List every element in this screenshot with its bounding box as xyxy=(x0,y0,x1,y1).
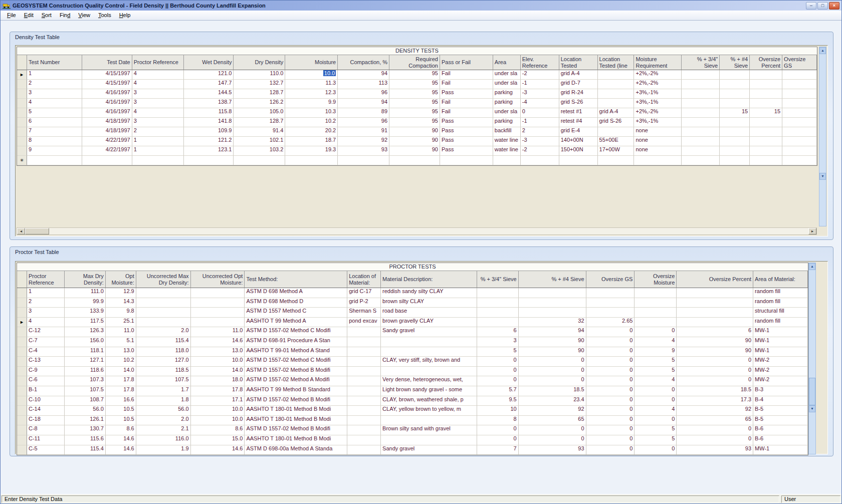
menu-item-help[interactable]: Help xyxy=(115,11,135,20)
table-cell[interactable] xyxy=(720,118,750,127)
column-header[interactable]: Uncorrected Opt Moisture: xyxy=(191,271,245,288)
table-cell[interactable]: 156.0 xyxy=(65,337,106,347)
table-cell[interactable]: MW-1 xyxy=(753,445,808,455)
table-cell[interactable]: 12.9 xyxy=(106,288,136,298)
table-cell[interactable] xyxy=(285,156,338,165)
column-header[interactable]: Max Dry Density: xyxy=(65,271,106,288)
table-cell[interactable]: 117.5 xyxy=(65,318,106,328)
record-selector[interactable] xyxy=(17,386,27,396)
table-cell[interactable]: 9 xyxy=(635,347,677,357)
table-cell[interactable]: 99.9 xyxy=(65,298,106,308)
density-v-scrollbar[interactable]: ▲ ▼ xyxy=(819,47,826,226)
table-cell[interactable] xyxy=(682,99,720,108)
table-cell[interactable]: grid S-26 xyxy=(598,118,635,127)
table-cell[interactable]: 0 xyxy=(635,445,677,455)
table-cell[interactable]: 132.7 xyxy=(234,80,285,89)
table-cell[interactable]: brown silty CLAY xyxy=(381,298,477,308)
column-header[interactable]: Moisture Requirement xyxy=(634,55,682,70)
record-selector[interactable] xyxy=(17,406,27,416)
table-cell[interactable] xyxy=(682,146,720,156)
table-cell[interactable]: 15 xyxy=(750,108,782,118)
table-cell[interactable]: 144.5 xyxy=(184,89,234,99)
table-cell[interactable]: under sla xyxy=(493,70,521,80)
table-cell[interactable]: 94 xyxy=(519,327,586,337)
table-cell[interactable]: 15 xyxy=(720,108,750,118)
table-cell[interactable] xyxy=(720,146,750,156)
table-cell[interactable]: 10 xyxy=(477,406,519,416)
table-cell[interactable]: 0 xyxy=(477,376,519,386)
scroll-down-button[interactable]: ▼ xyxy=(809,405,815,412)
table-cell[interactable]: 121.0 xyxy=(184,70,234,80)
table-cell[interactable]: AASHTO T 180-01 Method B Modi xyxy=(245,435,347,445)
table-cell[interactable]: ASTM D 1557-02 Method C Modifi xyxy=(245,357,347,367)
record-selector[interactable] xyxy=(17,288,27,298)
table-cell[interactable]: 147.7 xyxy=(184,80,234,89)
table-cell[interactable]: 8 xyxy=(477,416,519,426)
table-cell[interactable]: 95 xyxy=(389,108,440,118)
table-cell[interactable]: 0 xyxy=(519,425,586,435)
table-cell[interactable] xyxy=(389,156,440,165)
record-selector[interactable] xyxy=(17,89,27,99)
table-cell[interactable]: 8.6 xyxy=(106,425,136,435)
column-header[interactable]: Test Date xyxy=(82,55,132,70)
table-cell[interactable]: 5 xyxy=(635,357,677,367)
record-selector[interactable] xyxy=(17,127,27,137)
table-cell[interactable]: 17.3 xyxy=(677,396,753,406)
column-header[interactable]: Area xyxy=(493,55,521,70)
menu-item-view[interactable]: View xyxy=(74,11,94,20)
table-cell[interactable]: B-1 xyxy=(27,386,65,396)
table-cell[interactable]: 10.0 xyxy=(285,70,338,80)
table-cell[interactable]: 1 xyxy=(132,137,184,146)
table-cell[interactable]: grid E-4 xyxy=(559,127,598,137)
table-cell[interactable] xyxy=(782,80,817,89)
table-cell[interactable]: 2 xyxy=(27,298,65,308)
table-cell[interactable]: 2.0 xyxy=(136,327,191,337)
table-cell[interactable]: 93 xyxy=(519,445,586,455)
table-cell[interactable]: 4 xyxy=(635,376,677,386)
table-cell[interactable] xyxy=(559,156,598,165)
table-cell[interactable]: 126.3 xyxy=(65,327,106,337)
h-scrollbar-track[interactable] xyxy=(49,228,808,234)
table-cell[interactable]: AASHTO T 99-01 Method A Stand xyxy=(245,347,347,357)
table-cell[interactable]: 3 xyxy=(132,99,184,108)
table-cell[interactable]: 127.0 xyxy=(136,357,191,367)
table-cell[interactable]: 4 xyxy=(132,108,184,118)
table-cell[interactable] xyxy=(347,435,381,445)
table-cell[interactable]: 3 xyxy=(477,337,519,347)
table-cell[interactable]: 4/15/1997 xyxy=(82,70,132,80)
table-cell[interactable] xyxy=(598,80,635,89)
table-cell[interactable]: none xyxy=(634,146,682,156)
column-header[interactable]: Test Method: xyxy=(245,271,347,288)
table-cell[interactable]: MW-2 xyxy=(753,367,808,377)
table-cell[interactable]: 18.0 xyxy=(191,376,245,386)
column-header[interactable]: Test Number xyxy=(27,55,82,70)
table-cell[interactable]: Sherman S xyxy=(347,308,381,318)
record-selector[interactable] xyxy=(17,416,27,426)
table-cell[interactable]: random fill xyxy=(753,298,808,308)
table-cell[interactable]: 17+00W xyxy=(598,146,635,156)
record-selector[interactable] xyxy=(17,445,27,455)
table-cell[interactable]: 0 xyxy=(635,396,677,406)
table-cell[interactable]: 0 xyxy=(586,425,635,435)
table-cell[interactable] xyxy=(598,127,635,137)
table-cell[interactable]: 3 xyxy=(27,89,82,99)
table-cell[interactable] xyxy=(191,298,245,308)
table-cell[interactable]: MW-2 xyxy=(753,357,808,367)
table-cell[interactable] xyxy=(477,288,519,298)
table-cell[interactable]: 0 xyxy=(477,367,519,377)
table-cell[interactable] xyxy=(750,156,782,165)
table-cell[interactable]: 4 xyxy=(27,99,82,108)
table-cell[interactable]: 14.3 xyxy=(106,298,136,308)
scroll-right-button[interactable]: ► xyxy=(808,228,816,234)
table-cell[interactable]: 11.0 xyxy=(106,327,136,337)
table-cell[interactable] xyxy=(82,156,132,165)
table-cell[interactable]: random fill xyxy=(753,318,808,328)
table-cell[interactable]: Sandy gravel xyxy=(381,327,477,337)
table-cell[interactable]: 118.6 xyxy=(65,367,106,377)
table-cell[interactable]: 118.1 xyxy=(65,347,106,357)
record-selector[interactable] xyxy=(17,425,27,435)
record-selector[interactable] xyxy=(17,137,27,146)
table-cell[interactable]: 128.7 xyxy=(234,89,285,99)
table-cell[interactable]: CLAY, yellow brown to yellow, m xyxy=(381,406,477,416)
table-cell[interactable]: C-12 xyxy=(27,327,65,337)
